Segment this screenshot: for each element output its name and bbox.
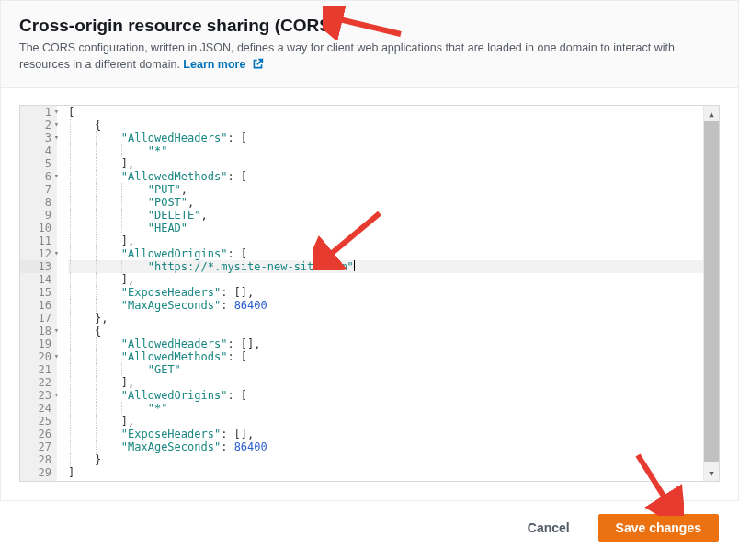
description-text: The CORS configuration, written in JSON,… [19, 41, 675, 71]
scrollbar-thumb[interactable] [704, 121, 719, 462]
external-link-icon [252, 58, 264, 74]
editor-code[interactable]: [ { "AllowedHeaders": [ "*" ], "AllowedM… [68, 106, 703, 479]
cors-panel: Cross-origin resource sharing (CORS) The… [0, 0, 739, 501]
scroll-up-icon[interactable]: ▲ [704, 106, 719, 121]
cancel-button[interactable]: Cancel [510, 514, 587, 542]
footer-actions: Cancel Save changes [0, 501, 739, 554]
scroll-down-icon[interactable]: ▼ [704, 465, 719, 481]
scrollbar[interactable]: ▲ ▼ [703, 106, 719, 481]
learn-more-link[interactable]: Learn more [183, 58, 264, 71]
panel-header: Cross-origin resource sharing (CORS) The… [1, 1, 738, 88]
learn-more-label: Learn more [183, 58, 245, 71]
editor-gutter: 1▾2▾3▾456▾789101112▾131415161718▾1920▾21… [20, 106, 57, 481]
page-title: Cross-origin resource sharing (CORS) [19, 16, 720, 36]
json-editor[interactable]: 1▾2▾3▾456▾789101112▾131415161718▾1920▾21… [19, 105, 720, 482]
editor-container: 1▾2▾3▾456▾789101112▾131415161718▾1920▾21… [1, 88, 738, 500]
save-button[interactable]: Save changes [598, 514, 719, 542]
page-description: The CORS configuration, written in JSON,… [19, 40, 720, 74]
